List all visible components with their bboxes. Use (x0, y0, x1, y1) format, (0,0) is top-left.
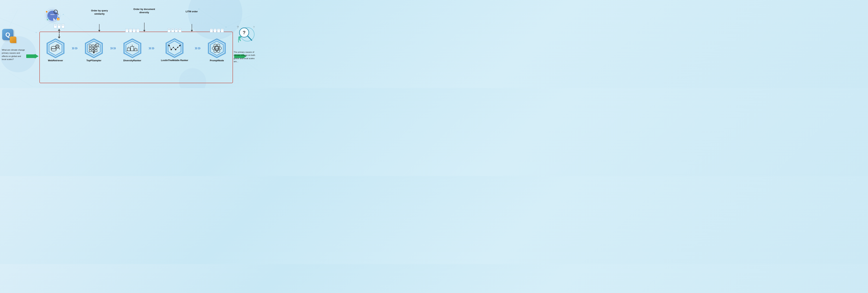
annotation-litm-order: LITM order (182, 10, 202, 13)
svg-point-8 (36, 32, 37, 33)
svg-point-61 (168, 45, 170, 46)
svg-rect-45 (95, 50, 97, 52)
svg-point-64 (175, 49, 176, 50)
svg-marker-50 (124, 39, 141, 58)
svg-line-31 (59, 48, 60, 49)
pipeline-box: WWW @ 📶 (39, 32, 233, 83)
annotation-arrow-document-diversity (144, 23, 145, 32)
svg-text:3: 3 (135, 47, 136, 49)
hexagon-topP-sampler (84, 38, 104, 58)
svg-rect-43 (89, 50, 91, 52)
arrow-4: »» (194, 45, 200, 51)
svg-line-49 (98, 46, 99, 47)
svg-point-21 (47, 19, 48, 20)
doc-stack-prompt (210, 29, 224, 33)
doc-page (58, 24, 61, 28)
svg-marker-47 (93, 52, 95, 54)
node-diversity-ranker: 1 2 3 DiversityRanker (123, 38, 142, 62)
svg-marker-60 (168, 41, 181, 55)
query-text: What are climate change primary causes a… (2, 48, 25, 61)
node-label-prompt-node: PromptNode (210, 59, 224, 62)
query-icon-area: Q (2, 29, 18, 45)
node-lost-in-middle: LostInTheMiddle Ranker (161, 38, 188, 62)
svg-text:?: ? (237, 26, 239, 29)
hexagon-diversity-ranker: 1 2 3 (123, 38, 142, 58)
answer-icon: ? ? ? (235, 24, 257, 44)
svg-point-65 (177, 47, 178, 48)
doc-page (61, 24, 65, 28)
answer-text: The primary causes of climate change on … (234, 51, 259, 63)
svg-text:?: ? (243, 30, 246, 35)
svg-point-19 (46, 11, 48, 12)
answer-icon-area: ? ? ? (235, 24, 258, 46)
svg-line-76 (248, 36, 252, 40)
svg-point-29 (51, 48, 56, 51)
svg-text:LLM: LLM (215, 47, 219, 50)
svg-rect-56 (134, 49, 137, 51)
svg-point-66 (179, 45, 181, 46)
nodes-row: WebRetriever »» (42, 38, 230, 62)
doc-page (54, 24, 57, 28)
annotation-document-diversity: Order by document diversity (130, 8, 158, 14)
svg-point-62 (170, 49, 172, 50)
svg-text:2: 2 (128, 46, 129, 48)
hexagon-prompt-node: LLM (207, 38, 226, 58)
svg-rect-54 (127, 48, 130, 51)
svg-point-13 (48, 11, 58, 21)
svg-rect-52 (130, 46, 134, 51)
query-bubble-secondary (10, 36, 16, 43)
svg-point-63 (173, 47, 174, 48)
svg-marker-51 (126, 41, 139, 56)
node-topP-sampler: TopPSampler (84, 38, 104, 62)
node-label-topP-sampler: TopPSampler (87, 59, 101, 62)
svg-text:?: ? (253, 26, 255, 29)
left-green-arrow (26, 54, 38, 59)
svg-text:@: @ (48, 17, 50, 19)
node-web-retriever: WebRetriever (46, 38, 65, 62)
web-icon: WWW @ 📶 (43, 7, 61, 25)
node-label-diversity-ranker: DiversityRanker (123, 59, 141, 62)
arrow-3: »» (149, 45, 154, 51)
svg-text:1: 1 (132, 44, 133, 46)
annotation-arrow-litm (192, 24, 192, 32)
svg-line-6 (9, 72, 33, 87)
doc-stack-litm (167, 28, 182, 32)
svg-rect-42 (95, 47, 97, 49)
hexagon-web-retriever (46, 38, 65, 58)
hexagon-lost-in-middle (165, 38, 184, 58)
svg-marker-59 (166, 39, 183, 57)
web-icon-area: WWW @ 📶 (42, 7, 62, 26)
svg-line-7 (9, 9, 18, 27)
arrow-1: »» (72, 45, 78, 51)
node-label-lost-in-middle: LostInTheMiddle Ranker (161, 59, 188, 62)
svg-text:WWW: WWW (51, 14, 55, 15)
retrieval-arrows (54, 24, 65, 38)
annotation-arrow-query-similarity (99, 24, 99, 32)
svg-point-9 (63, 14, 64, 15)
arrow-2: »» (110, 45, 116, 51)
doc-stack-diversity (125, 29, 139, 33)
annotation-query-similarity: Order by query similarity (87, 9, 112, 15)
svg-line-34 (57, 46, 58, 47)
svg-rect-38 (92, 45, 94, 46)
svg-point-20 (58, 17, 59, 18)
node-label-web-retriever: WebRetriever (48, 59, 63, 62)
node-prompt-node: LLM PromptNode (207, 38, 226, 62)
svg-rect-37 (89, 45, 91, 46)
svg-rect-40 (89, 47, 91, 49)
